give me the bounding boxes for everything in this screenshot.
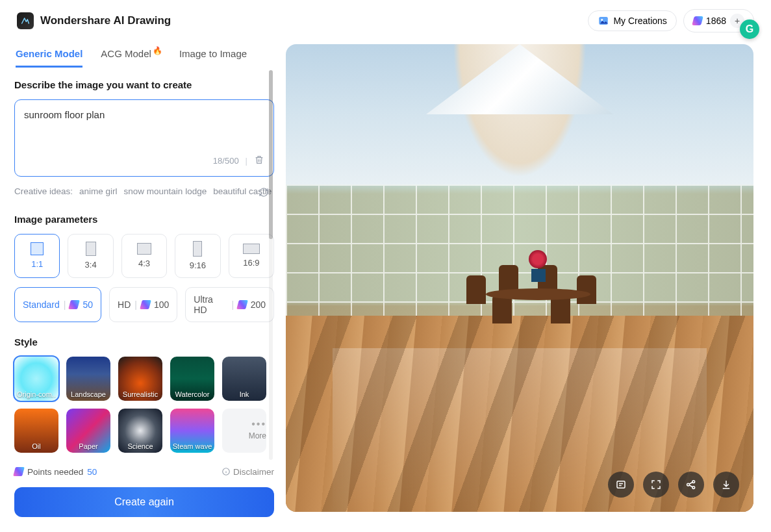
disclaimer-link[interactable]: Disclaimer [221, 467, 274, 477]
brand-title: Wondershare AI Drawing [40, 14, 171, 27]
share-button[interactable] [678, 472, 704, 498]
style-surrealistic[interactable]: Surrealistic [118, 357, 162, 401]
ratio-1-1[interactable]: 1:1 [14, 234, 60, 278]
idea-anime[interactable]: anime girl [79, 184, 118, 199]
params-heading: Image parameters [14, 214, 274, 225]
prompt-heading: Describe the image you want to create [14, 79, 274, 90]
create-again-button[interactable]: Create again [14, 487, 274, 517]
tab-generic-model[interactable]: Generic Model [16, 44, 82, 68]
download-icon [720, 479, 732, 490]
ratio-3-4[interactable]: 3:4 [68, 234, 113, 278]
prompt-textarea[interactable]: sunroom floor plan 18/500 | [14, 99, 274, 177]
style-science[interactable]: Science [118, 409, 162, 453]
quality-hd[interactable]: HD|100 [109, 287, 177, 322]
style-more-button[interactable]: •••More [222, 409, 266, 453]
points-needed-label: Points needed [27, 467, 83, 477]
generated-image [286, 44, 753, 512]
style-oil[interactable]: Oil [14, 409, 58, 453]
points-needed-value: 50 [87, 467, 97, 477]
style-origin[interactable]: Origin-com.. [14, 357, 58, 401]
grammarly-badge-icon[interactable]: G [740, 19, 759, 39]
style-steam-wave[interactable]: Steam wave [170, 409, 214, 453]
ratio-4-3[interactable]: 4:3 [121, 234, 167, 278]
info-icon [221, 467, 231, 476]
credits-value: 1868 [706, 16, 726, 26]
fullscreen-icon [650, 479, 662, 490]
points-icon [236, 300, 247, 309]
tall-icon [193, 241, 202, 257]
tab-image-to-image[interactable]: Image to Image [179, 44, 247, 68]
tab-acg-model[interactable]: ACG Model🔥 [101, 44, 161, 68]
prompt-text: sunroom floor plan [24, 109, 264, 155]
scrollbar[interactable] [269, 70, 273, 460]
app-logo-icon [17, 12, 34, 29]
regenerate-button[interactable] [608, 472, 634, 498]
points-icon [140, 300, 151, 309]
idea-lodge[interactable]: snow mountain lodge [124, 184, 207, 199]
credits-icon [692, 16, 703, 25]
char-counter: 18/500 [213, 156, 239, 166]
svg-point-1 [601, 19, 603, 21]
refresh-ideas-button[interactable] [259, 187, 269, 203]
share-icon [685, 479, 697, 490]
my-creations-button[interactable]: My Creations [588, 10, 676, 31]
clear-prompt-button[interactable] [254, 155, 264, 167]
svg-rect-3 [617, 481, 625, 488]
refresh-icon [259, 187, 269, 197]
ratio-16-9[interactable]: 16:9 [229, 234, 274, 278]
portrait-icon [86, 242, 96, 256]
ellipsis-icon: ••• [251, 418, 266, 430]
quality-ultra-hd[interactable]: Ultra HD|200 [185, 287, 274, 322]
style-paper[interactable]: Paper [66, 409, 110, 453]
ideas-label: Creative ideas: [14, 184, 73, 199]
trash-icon [254, 155, 264, 165]
regenerate-icon [615, 479, 627, 490]
ratio-9-16[interactable]: 9:16 [175, 234, 220, 278]
download-button[interactable] [713, 472, 739, 498]
style-ink[interactable]: Ink [222, 357, 266, 401]
wide-icon [243, 244, 260, 254]
points-icon [69, 300, 81, 309]
fire-icon: 🔥 [153, 46, 162, 55]
landscape-icon [137, 243, 151, 255]
square-icon [31, 242, 44, 255]
style-landscape[interactable]: Landscape [66, 357, 110, 401]
style-watercolor[interactable]: Watercolor [170, 357, 214, 401]
points-icon [13, 467, 25, 476]
fullscreen-button[interactable] [643, 472, 669, 498]
image-icon [598, 15, 609, 27]
style-heading: Style [14, 336, 274, 348]
my-creations-label: My Creations [613, 16, 666, 26]
quality-standard[interactable]: Standard|50 [14, 287, 101, 322]
